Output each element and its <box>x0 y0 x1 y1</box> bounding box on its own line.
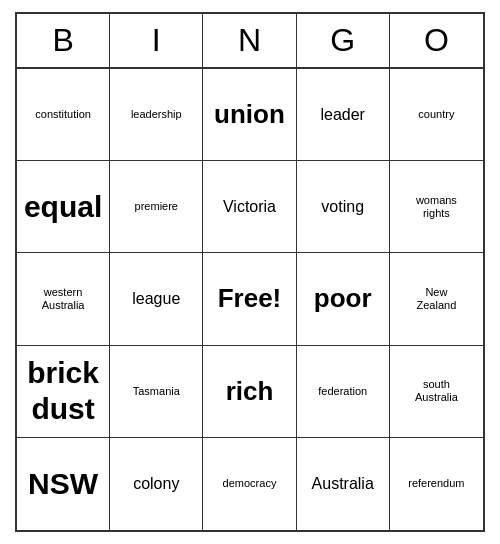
bingo-cell: poor <box>297 253 390 345</box>
header-letter: N <box>203 14 296 67</box>
bingo-grid: constitutionleadershipunionleadercountry… <box>17 69 483 530</box>
bingo-cell: leader <box>297 69 390 161</box>
header-letter: B <box>17 14 110 67</box>
bingo-cell: league <box>110 253 203 345</box>
bingo-cell: federation <box>297 346 390 438</box>
bingo-cell: NSW <box>17 438 110 530</box>
header-letter: I <box>110 14 203 67</box>
bingo-cell: premiere <box>110 161 203 253</box>
bingo-card: BINGO constitutionleadershipunionleaderc… <box>15 12 485 532</box>
bingo-cell: womans rights <box>390 161 483 253</box>
bingo-cell: Victoria <box>203 161 296 253</box>
bingo-cell: Tasmania <box>110 346 203 438</box>
bingo-cell: voting <box>297 161 390 253</box>
bingo-cell: south Australia <box>390 346 483 438</box>
bingo-cell: New Zealand <box>390 253 483 345</box>
bingo-cell: Australia <box>297 438 390 530</box>
bingo-cell: referendum <box>390 438 483 530</box>
bingo-cell: western Australia <box>17 253 110 345</box>
bingo-header: BINGO <box>17 14 483 69</box>
bingo-cell: union <box>203 69 296 161</box>
bingo-cell: constitution <box>17 69 110 161</box>
bingo-cell: country <box>390 69 483 161</box>
bingo-cell: leadership <box>110 69 203 161</box>
bingo-cell: colony <box>110 438 203 530</box>
bingo-cell: rich <box>203 346 296 438</box>
bingo-cell: brick dust <box>17 346 110 438</box>
bingo-cell: Free! <box>203 253 296 345</box>
bingo-cell: equal <box>17 161 110 253</box>
header-letter: O <box>390 14 483 67</box>
header-letter: G <box>297 14 390 67</box>
bingo-cell: democracy <box>203 438 296 530</box>
